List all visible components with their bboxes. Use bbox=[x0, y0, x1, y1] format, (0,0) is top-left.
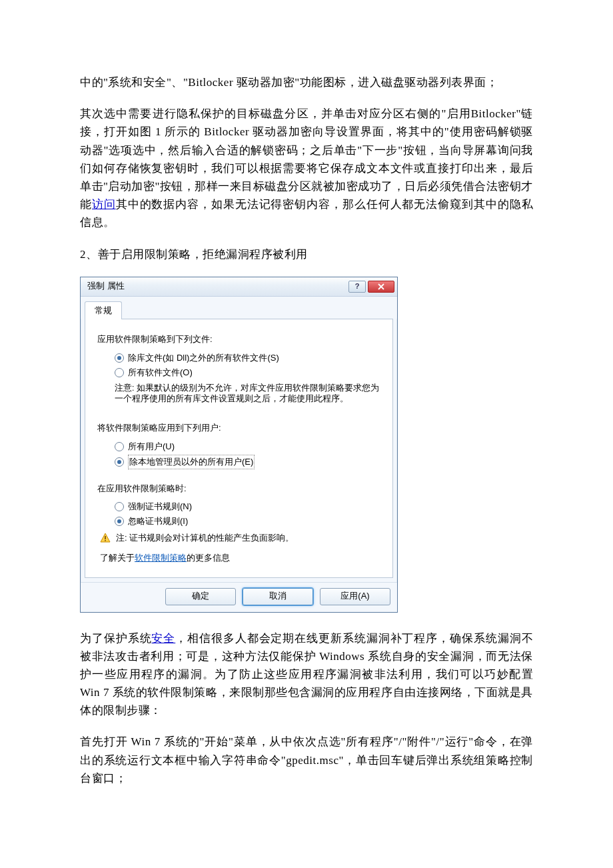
radio-icon bbox=[115, 457, 124, 467]
cancel-button[interactable]: 取消 bbox=[243, 588, 313, 605]
radio-icon bbox=[115, 502, 124, 511]
heading-2: 2、善于启用限制策略，拒绝漏洞程序被利用 bbox=[80, 245, 533, 263]
radio-icon bbox=[115, 368, 124, 377]
close-button[interactable] bbox=[368, 281, 394, 293]
tab-strip: 常规 bbox=[81, 297, 397, 319]
warning-note: 注: 证书规则会对计算机的性能产生负面影响。 bbox=[100, 531, 380, 545]
paragraph-2: 其次选中需要进行隐私保护的目标磁盘分区，并单击对应分区右侧的"启用Bitlock… bbox=[80, 105, 533, 231]
properties-dialog: 强制 属性 ? 常规 应用软件限制策略到下列文件: 除库文件(如 Dll)之外的… bbox=[80, 277, 398, 613]
radio-icon bbox=[115, 442, 124, 451]
paragraph-4-a: 为了保护系统 bbox=[80, 632, 151, 645]
option-except-libs[interactable]: 除库文件(如 Dll)之外的所有软件文件(S) bbox=[115, 351, 380, 365]
section3-label: 在应用软件限制策略时: bbox=[97, 482, 380, 495]
note-1: 注意: 如果默认的级别为不允许，对库文件应用软件限制策略要求您为一个程序使用的所… bbox=[101, 383, 380, 405]
paragraph-4: 为了保护系统安全，相信很多人都会定期在线更新系统漏洞补丁程序，确保系统漏洞不被非… bbox=[80, 629, 533, 720]
titlebar: 强制 属性 ? bbox=[81, 277, 397, 297]
option-label: 所有软件文件(O) bbox=[128, 366, 193, 379]
tab-panel: 应用软件限制策略到下列文件: 除库文件(如 Dll)之外的所有软件文件(S) 所… bbox=[85, 319, 393, 577]
learn-b: 的更多信息 bbox=[187, 553, 230, 563]
radio-icon bbox=[115, 517, 124, 526]
learn-a: 了解关于 bbox=[100, 553, 135, 563]
paragraph-5: 首先打开 Win 7 系统的"开始"菜单，从中依次点选"所有程序"/"附件"/"… bbox=[80, 733, 533, 787]
option-label: 除库文件(如 Dll)之外的所有软件文件(S) bbox=[128, 351, 279, 365]
option-label: 忽略证书规则(I) bbox=[128, 515, 188, 528]
learn-more: 了解关于软件限制策略的更多信息 bbox=[100, 551, 380, 565]
apply-button[interactable]: 应用(A) bbox=[320, 588, 390, 605]
document-page: 中的"系统和安全"、"Bitlocker 驱动器加密"功能图标，进入磁盘驱动器列… bbox=[0, 0, 613, 868]
warning-text: 注: 证书规则会对计算机的性能产生负面影响。 bbox=[116, 531, 294, 545]
tab-general[interactable]: 常规 bbox=[85, 301, 122, 320]
ok-button[interactable]: 确定 bbox=[165, 588, 236, 605]
paragraph-2-b: 其中的数据内容，如果无法记得密钥内容，那么任何人都无法偷窥到其中的隐私信息。 bbox=[80, 198, 533, 229]
option-enforce-cert[interactable]: 强制证书规则(N) bbox=[115, 499, 380, 514]
learn-link[interactable]: 软件限制策略 bbox=[135, 553, 187, 563]
button-row: 确定 取消 应用(A) bbox=[81, 582, 397, 612]
option-ignore-cert[interactable]: 忽略证书规则(I) bbox=[115, 514, 380, 529]
section2-label: 将软件限制策略应用到下列用户: bbox=[97, 421, 380, 435]
link-visit[interactable]: 访问 bbox=[92, 198, 116, 211]
svg-rect-1 bbox=[105, 540, 106, 541]
dialog-title: 强制 属性 bbox=[87, 279, 346, 293]
radio-icon bbox=[115, 353, 124, 363]
paragraph-2-a: 其次选中需要进行隐私保护的目标磁盘分区，并单击对应分区右侧的"启用Bitlock… bbox=[80, 107, 533, 211]
section1-label: 应用软件限制策略到下列文件: bbox=[97, 333, 380, 346]
link-security[interactable]: 安全 bbox=[151, 632, 175, 645]
option-all-users[interactable]: 所有用户(U) bbox=[115, 439, 380, 454]
help-button[interactable]: ? bbox=[348, 281, 366, 293]
option-all-files[interactable]: 所有软件文件(O) bbox=[115, 365, 380, 380]
dialog-screenshot: 强制 属性 ? 常规 应用软件限制策略到下列文件: 除库文件(如 Dll)之外的… bbox=[80, 277, 533, 613]
svg-rect-0 bbox=[105, 536, 106, 539]
option-label: 所有用户(U) bbox=[128, 440, 175, 453]
warning-icon bbox=[100, 533, 111, 543]
paragraph-1: 中的"系统和安全"、"Bitlocker 驱动器加密"功能图标，进入磁盘驱动器列… bbox=[80, 73, 533, 91]
option-label: 强制证书规则(N) bbox=[128, 500, 192, 513]
option-label: 除本地管理员以外的所有用户(E) bbox=[128, 455, 255, 469]
close-icon bbox=[378, 283, 384, 290]
option-except-admins[interactable]: 除本地管理员以外的所有用户(E) bbox=[115, 454, 380, 470]
